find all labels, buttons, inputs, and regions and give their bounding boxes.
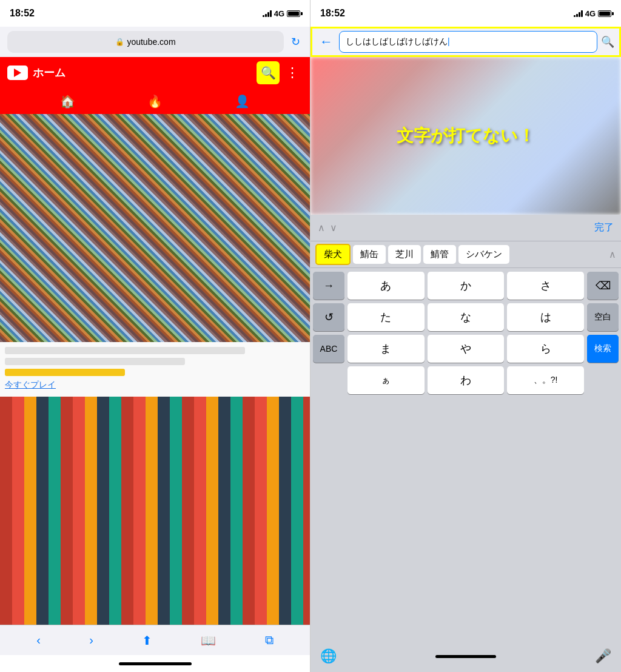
content-placeholder-1 [5, 347, 245, 354]
left-url-box[interactable]: 🔒 youtube.com [7, 31, 284, 53]
search-icon: 🔍 [261, 66, 276, 80]
keyboard-area: ∧ ∨ 完了 柴犬 鯖缶 芝川 鯖管 シバケン ∧ [310, 215, 621, 672]
yt-search-button[interactable]: 🔍 [257, 61, 280, 84]
left-time: 18:52 [10, 8, 35, 19]
left-status-icons: 4G [263, 9, 300, 18]
right-battery-icon [598, 10, 611, 17]
right-time: 18:52 [320, 8, 345, 19]
yt-title: ホーム [33, 66, 65, 80]
right-blurred-content: 文字が打てない！ [310, 57, 621, 215]
delete-key[interactable]: ⌫ [587, 272, 619, 300]
left-content-bottom [0, 397, 310, 625]
suggestion-sibaken2[interactable]: シバケン [458, 245, 509, 264]
undo-key[interactable]: ↺ [313, 303, 344, 331]
key-ka[interactable]: か [428, 272, 505, 300]
yt-header-icons: 🔍 ⋮ [257, 61, 303, 84]
key-row-2: ↺ た な は 空白 [313, 303, 619, 331]
arrow-down-icon[interactable]: ∨ [330, 222, 337, 234]
key-row-4: ぁ わ 、。?! [313, 366, 619, 394]
suggestion-text-3: 鯖管 [431, 249, 449, 259]
suggestion-text-2: 芝川 [395, 249, 414, 259]
search-input[interactable]: ししはしばしばけしばけん [339, 31, 597, 53]
right-status-bar: 18:52 4G [310, 0, 621, 27]
key-row-3: ABC ま や ら 検索 [313, 335, 619, 363]
space-key[interactable]: 空白 [587, 303, 619, 331]
left-yt-nav: 🏠 🔥 👤 [0, 89, 310, 114]
key-ya[interactable]: や [428, 335, 505, 363]
suggestion-sibakawa[interactable]: 芝川 [388, 245, 421, 264]
right-network-label: 4G [585, 9, 596, 18]
search-back-button[interactable]: ← [317, 34, 335, 50]
search-text: ししはしばしばけしばけん [346, 36, 450, 47]
key-row-1: → あ か さ ⌫ [313, 272, 619, 300]
trending-nav-icon[interactable]: 🔥 [147, 94, 163, 109]
signal-icon [263, 10, 272, 17]
right-panel: 18:52 4G ← ししはしばしばけしばけん 🔍 文字が打てない！ ∧ ∨ 完… [310, 0, 621, 672]
suggestion-sabacan[interactable]: 鯖缶 [353, 245, 386, 264]
key-sa[interactable]: さ [507, 272, 584, 300]
suggestion-text-0: 柴犬 [324, 249, 342, 259]
key-ha[interactable]: は [507, 303, 584, 331]
right-signal-icon [574, 10, 583, 17]
globe-icon[interactable]: 🌐 [320, 648, 337, 664]
network-label: 4G [274, 9, 284, 18]
key-punct[interactable]: 、。?! [507, 366, 584, 394]
annotation-text: 文字が打てない！ [397, 124, 535, 147]
suggestion-sabacan2[interactable]: 鯖管 [423, 245, 456, 264]
left-middle-content: 今すぐプレイ [0, 342, 310, 397]
left-status-bar: 18:52 4G [0, 0, 310, 27]
toolbar-arrows: ∧ ∨ [318, 222, 337, 234]
keyboard-grid: → あ か さ ⌫ ↺ た な は 空白 ABC ま や ら 検索 [310, 268, 621, 640]
done-button[interactable]: 完了 [594, 221, 614, 234]
key-a[interactable]: あ [347, 272, 425, 300]
key-wa[interactable]: わ [428, 366, 505, 394]
right-search-icon[interactable]: 🔍 [601, 35, 614, 49]
microphone-icon[interactable]: 🎤 [595, 648, 611, 664]
right-home-bar [435, 655, 496, 658]
play-now-link[interactable]: 今すぐプレイ [5, 380, 305, 391]
key-ma[interactable]: ま [347, 335, 425, 363]
key-small-a[interactable]: ぁ [347, 366, 425, 394]
video-thumbnail-top [0, 114, 310, 342]
tabs-button[interactable]: ⧉ [265, 633, 274, 647]
key-ra[interactable]: ら [507, 335, 584, 363]
share-button[interactable]: ⬆ [142, 633, 152, 648]
left-home-indicator [0, 655, 310, 672]
yt-more-button[interactable]: ⋮ [282, 62, 303, 83]
suggestion-shibaken[interactable]: 柴犬 [315, 244, 351, 265]
suggestion-text-4: シバケン [466, 249, 502, 259]
lock-icon: 🔒 [115, 38, 124, 46]
left-content-top [0, 114, 310, 342]
key-ta[interactable]: た [347, 303, 425, 331]
key-na[interactable]: な [428, 303, 505, 331]
bookmarks-button[interactable]: 📖 [201, 633, 216, 648]
suggestions-row: 柴犬 鯖缶 芝川 鯖管 シバケン ∧ [310, 241, 621, 268]
left-browser-bar: 🔒 youtube.com ↻ [0, 27, 310, 57]
arrow-up-icon[interactable]: ∧ [318, 222, 325, 234]
left-url-text: youtube.com [127, 37, 175, 47]
back-button[interactable]: ‹ [36, 633, 41, 647]
left-browser-bottom: ‹ › ⬆ 📖 ⧉ [0, 625, 310, 655]
suggestion-text-1: 鯖缶 [360, 249, 378, 259]
account-nav-icon[interactable]: 👤 [235, 94, 250, 109]
battery-icon [287, 10, 300, 17]
left-yt-header: ホーム 🔍 ⋮ [0, 57, 310, 89]
keyboard-toolbar: ∧ ∨ 完了 [310, 215, 621, 241]
content-placeholder-2 [5, 358, 185, 365]
abc-key[interactable]: ABC [313, 335, 344, 363]
yt-logo-icon [7, 66, 28, 80]
suggestion-more-icon[interactable]: ∧ [609, 249, 616, 260]
forward-button[interactable]: › [89, 633, 93, 647]
yt-logo-area: ホーム [7, 66, 65, 80]
search-key[interactable]: 検索 [587, 335, 619, 363]
keyboard-bottom: 🌐 🎤 [310, 640, 621, 672]
left-panel: 18:52 4G 🔒 youtube.com ↻ ホーム 🔍 ⋮ [0, 0, 310, 672]
left-home-bar [119, 662, 192, 665]
home-nav-icon[interactable]: 🏠 [60, 94, 75, 109]
left-refresh-button[interactable]: ↻ [289, 33, 303, 51]
content-placeholder-3 [5, 369, 125, 376]
right-status-icons: 4G [574, 9, 611, 18]
right-search-bar[interactable]: ← ししはしばしばけしばけん 🔍 [310, 27, 621, 57]
arrow-key[interactable]: → [313, 272, 344, 300]
